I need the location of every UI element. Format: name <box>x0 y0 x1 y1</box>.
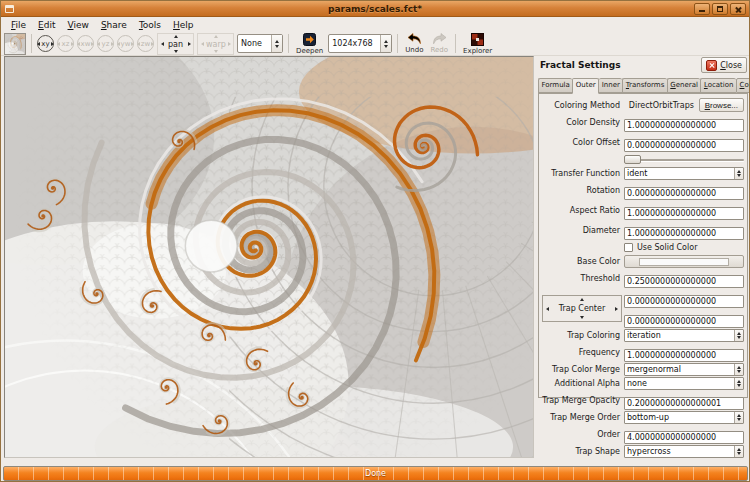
fractal-render-view[interactable] <box>4 56 534 458</box>
close-icon <box>706 60 717 71</box>
application-window: { "window": { "title": "params/scales.fc… <box>0 0 750 482</box>
rotate-xy-button[interactable]: xy <box>37 35 54 52</box>
trap-merge-opacity-input[interactable] <box>624 397 744 410</box>
tab-inner[interactable]: Inner <box>599 78 622 93</box>
trap-center-y-input[interactable] <box>624 315 744 328</box>
pan-control[interactable]: pan <box>157 33 194 55</box>
menu-tools[interactable]: Tools <box>133 19 167 31</box>
spinner-icon[interactable] <box>380 35 391 52</box>
rotate-zw-button: zw <box>137 35 154 52</box>
transfer-function-select[interactable]: ident <box>624 167 744 180</box>
size-combo[interactable]: 1024x768 <box>328 34 392 53</box>
tab-location[interactable]: Location <box>700 78 736 93</box>
tab-colors[interactable]: Colors <box>736 78 750 93</box>
threshold-input[interactable] <box>624 275 744 288</box>
left-arrow-icon <box>117 42 120 46</box>
rotate-yw-button: yw <box>117 35 134 52</box>
trap-center-right-icon[interactable] <box>615 307 618 311</box>
toolbar-separator <box>455 34 456 53</box>
spinner-icon[interactable] <box>734 330 743 341</box>
fractal-preview-thumbnail[interactable] <box>4 33 26 55</box>
right-arrow-icon <box>111 42 114 46</box>
rotation-input[interactable] <box>624 187 744 200</box>
maximize-icon <box>717 6 723 12</box>
trap-center-left-icon[interactable] <box>546 307 549 311</box>
tab-outer[interactable]: Outer <box>572 78 599 94</box>
close-button[interactable] <box>730 3 746 15</box>
spinner-icon[interactable] <box>734 378 743 389</box>
threshold-label: Threshold <box>540 269 624 288</box>
minimize-icon <box>699 10 705 12</box>
menu-help[interactable]: Help <box>167 19 200 31</box>
titlebar[interactable]: params/scales.fct* <box>1 1 749 17</box>
settings-tabbar: Formula Outer Inner Transforms General L… <box>538 78 748 93</box>
deepen-icon <box>303 33 316 46</box>
left-arrow-icon <box>137 42 140 46</box>
pan-up-icon[interactable] <box>174 35 178 38</box>
color-offset-slider[interactable] <box>624 155 744 164</box>
maximize-button[interactable] <box>712 3 728 15</box>
base-color-button[interactable] <box>624 255 744 268</box>
rotate-xw-button: xw <box>77 35 94 52</box>
trap-color-merge-select[interactable]: mergenormal <box>624 363 744 376</box>
left-arrow-icon <box>57 42 60 46</box>
redo-icon <box>432 33 447 45</box>
left-arrow-icon <box>97 42 100 46</box>
tab-transforms[interactable]: Transforms <box>622 78 666 93</box>
window-title: params/scales.fct* <box>1 1 749 17</box>
pan-down-icon[interactable] <box>174 50 178 53</box>
browse-button[interactable]: Browse... <box>699 98 744 112</box>
trap-coloring-select[interactable]: iteration <box>624 329 744 342</box>
right-arrow-icon <box>71 42 74 46</box>
rotation-label: Rotation <box>540 181 624 200</box>
trap-center-down-icon[interactable] <box>580 316 584 319</box>
trap-shape-select[interactable]: hypercross <box>624 445 744 458</box>
trap-merge-order-label: Trap Merge Order <box>540 411 624 424</box>
trap-merge-order-select[interactable]: bottom-up <box>624 411 744 424</box>
color-density-label: Color Density <box>540 113 624 132</box>
menu-view[interactable]: View <box>62 19 95 31</box>
pan-right-icon[interactable] <box>188 42 191 46</box>
panel-close-button[interactable]: Close <box>701 57 747 73</box>
color-offset-input[interactable] <box>624 139 744 152</box>
menu-share[interactable]: Share <box>95 19 133 31</box>
spinner-icon[interactable] <box>734 364 743 375</box>
left-arrow-icon <box>37 42 40 46</box>
undo-button[interactable]: Undo <box>403 33 425 54</box>
tab-formula[interactable]: Formula <box>538 78 572 93</box>
pan-left-icon[interactable] <box>161 42 164 46</box>
explorer-button[interactable]: Explorer <box>461 33 494 55</box>
color-offset-label: Color Offset <box>540 133 624 152</box>
slider-handle[interactable] <box>624 155 641 164</box>
menu-edit[interactable]: Edit <box>32 19 61 31</box>
trap-center-x-input[interactable] <box>624 295 744 308</box>
angle-combo[interactable]: None <box>237 34 283 53</box>
spinner-icon[interactable] <box>734 446 743 457</box>
right-arrow-icon <box>51 42 54 46</box>
minimize-button[interactable] <box>694 3 710 15</box>
diameter-input[interactable] <box>624 227 744 240</box>
warp-left-icon <box>201 42 204 46</box>
menu-file[interactable]: File <box>5 19 32 31</box>
spinner-icon[interactable] <box>734 168 743 179</box>
color-density-input[interactable] <box>624 119 744 132</box>
outer-tab-content: Coloring Method DirectOrbitTraps Browse.… <box>538 93 748 398</box>
toolbar-separator <box>31 34 32 53</box>
additional-alpha-select[interactable]: none <box>624 377 744 390</box>
frequency-label: Frequency <box>540 343 624 362</box>
base-color-label: Base Color <box>540 255 624 268</box>
trap-center-up-icon[interactable] <box>580 298 584 301</box>
trap-center-pad[interactable]: Trap Center <box>542 295 622 322</box>
rotate-xz-button: xz <box>57 35 74 52</box>
frequency-input[interactable] <box>624 349 744 362</box>
tab-general[interactable]: General <box>667 78 701 93</box>
toolbar-separator <box>397 34 398 53</box>
deepen-button[interactable]: Deepen <box>294 33 325 55</box>
use-solid-color-checkbox[interactable] <box>624 243 633 252</box>
spinner-icon[interactable] <box>734 412 743 423</box>
progress-status-text: Done <box>365 469 386 478</box>
aspect-ratio-input[interactable] <box>624 207 744 220</box>
spinner-icon[interactable] <box>271 35 282 52</box>
trap-coloring-label: Trap Coloring <box>540 329 624 342</box>
order-input[interactable] <box>624 431 744 444</box>
